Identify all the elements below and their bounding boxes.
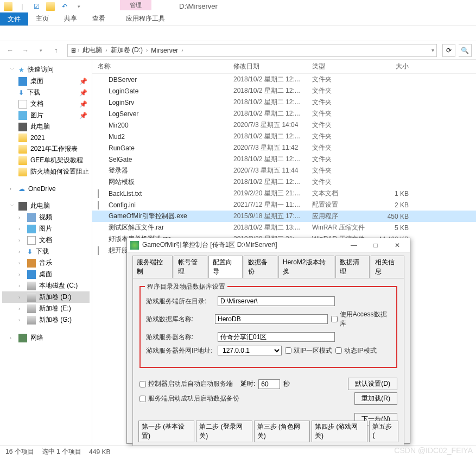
- col-name[interactable]: 名称: [98, 62, 233, 71]
- file-row[interactable]: DBServer2018/10/2 星期二 12:...文件夹: [92, 74, 476, 85]
- step-2[interactable]: 第二步 (登录网关): [196, 421, 252, 442]
- chk-autostart[interactable]: 控制器启动后自动启动服务端: [139, 379, 233, 389]
- step-1[interactable]: 第一步 (基本设置): [138, 421, 194, 442]
- file-row[interactable]: Config.ini2021/7/12 星期一 11:...配置设置2 KB: [92, 199, 476, 211]
- minimize-button[interactable]: —: [345, 240, 363, 251]
- tree-downloads2[interactable]: ›⬇下载: [2, 246, 90, 257]
- nav-tree[interactable]: ﹀★快速访问 桌面📌 ⬇下载📌 文档📌 图片📌 此电脑 2021 2021年工作…: [0, 60, 92, 456]
- tree-music[interactable]: ›音乐: [2, 257, 90, 269]
- tab-view[interactable]: 查看: [85, 12, 113, 26]
- file-row[interactable]: Mud22018/10/2 星期二 12:...文件夹: [92, 131, 476, 142]
- col-size[interactable]: 大小: [376, 62, 409, 71]
- step-5[interactable]: 第五步 (: [369, 421, 398, 442]
- nav-up-icon[interactable]: ↑: [50, 44, 62, 56]
- file-type: 文件夹: [312, 98, 376, 107]
- btn-default[interactable]: 默认设置(D): [348, 378, 397, 390]
- btn-reload[interactable]: 重加载(R): [354, 392, 397, 405]
- nav-back-icon[interactable]: ←: [4, 44, 16, 56]
- file-row[interactable]: LoginSrv2018/10/2 星期二 12:...文件夹: [92, 97, 476, 108]
- file-type: 文件夹: [312, 143, 376, 152]
- chk-dynamic-ip[interactable]: 动态IP模式: [335, 346, 376, 355]
- col-type[interactable]: 类型: [312, 62, 376, 71]
- step-4[interactable]: 第四步 (游戏网关): [312, 421, 367, 442]
- tree-thispc2[interactable]: ﹀此电脑: [2, 200, 90, 212]
- tree-cdrive[interactable]: ›本地磁盘 (C:): [2, 280, 90, 291]
- tree-quick-access[interactable]: ﹀★快速访问: [2, 64, 90, 75]
- tab-home[interactable]: 主页: [28, 12, 56, 26]
- refresh-button[interactable]: ⟳: [442, 44, 455, 57]
- tree-onedrive[interactable]: ›☁OneDrive: [2, 184, 90, 194]
- column-headers[interactable]: 名称 修改日期 类型 大小: [92, 60, 476, 74]
- dlg-tab-4[interactable]: HeroM2版本转换: [278, 256, 335, 278]
- dlg-tab-1[interactable]: 帐号管理: [174, 256, 207, 278]
- input-dir[interactable]: [218, 296, 335, 306]
- close-button[interactable]: ✕: [388, 240, 407, 251]
- search-button[interactable]: 🔍: [459, 44, 472, 57]
- tree-video[interactable]: ›视频: [2, 212, 90, 223]
- file-row[interactable]: RunGate2020/7/3 星期五 11:42文件夹: [92, 142, 476, 154]
- file-row[interactable]: 登录器2020/7/3 星期五 11:44文件夹: [92, 165, 476, 176]
- tab-share[interactable]: 共享: [56, 12, 85, 26]
- dlg-tab-2[interactable]: 配置向导: [208, 256, 242, 278]
- input-name[interactable]: [218, 332, 335, 342]
- chk-backup[interactable]: 服务端启动成功后启动数据备份: [139, 394, 239, 403]
- chevron-right-icon[interactable]: ›: [181, 47, 183, 53]
- tree-desktop2[interactable]: ›桌面: [2, 269, 90, 280]
- tree-desktop[interactable]: 桌面📌: [2, 75, 90, 87]
- tree-network[interactable]: ›网络: [2, 332, 90, 344]
- tab-app-tools[interactable]: 应用程序工具: [118, 12, 173, 26]
- chk-dual-ip[interactable]: 双IP一区模式: [285, 346, 332, 355]
- chevron-right-icon[interactable]: ›: [146, 47, 148, 53]
- chevron-right-icon[interactable]: ›: [78, 47, 79, 53]
- tree-downloads[interactable]: ⬇下载📌: [2, 87, 90, 98]
- qat-new-folder-icon[interactable]: [45, 1, 56, 12]
- step-3[interactable]: 第三步 (角色网关): [254, 421, 310, 442]
- bc-folder[interactable]: Mirserver: [149, 47, 180, 54]
- tree-documents2[interactable]: ›文档: [2, 234, 90, 246]
- chk-access[interactable]: 使用Access数据库: [331, 310, 391, 328]
- file-row[interactable]: LogServer2018/10/2 星期二 12:...文件夹: [92, 108, 476, 119]
- tree-pictures2[interactable]: ›图片: [2, 223, 90, 234]
- file-row[interactable]: BackList.txt2019/2/20 星期三 21:...文本文档1 KB: [92, 188, 476, 199]
- file-row[interactable]: 网站模板2018/10/2 星期二 12:...文件夹: [92, 176, 476, 188]
- input-delay[interactable]: [258, 379, 280, 389]
- tree-thispc[interactable]: 此电脑: [2, 121, 90, 132]
- bc-pc[interactable]: 此电脑: [80, 46, 104, 55]
- qat-dropdown-icon[interactable]: ▾: [73, 1, 85, 12]
- checkbox-icon[interactable]: ☑: [30, 1, 42, 12]
- dlg-tab-6[interactable]: 相关信息: [371, 256, 404, 278]
- tree-documents[interactable]: 文档📌: [2, 98, 90, 110]
- dlg-tab-0[interactable]: 服务端控制: [132, 256, 173, 278]
- tree-gee[interactable]: GEE单机架设教程: [2, 155, 90, 166]
- breadcrumb[interactable]: 🖥 › 此电脑 › 新加卷 (D:) › Mirserver › ▾: [67, 44, 437, 57]
- dlg-tab-5[interactable]: 数据清理: [335, 256, 369, 278]
- maximize-button[interactable]: □: [366, 240, 385, 251]
- file-row[interactable]: 测试区解压文件.rar2018/10/2 星期二 13:...WinRAR 压缩…: [92, 222, 476, 233]
- tree-gdrive[interactable]: ›新加卷 (G:): [2, 314, 90, 326]
- col-date[interactable]: 修改日期: [233, 62, 312, 71]
- input-db[interactable]: [215, 314, 328, 324]
- tree-firewall[interactable]: 防火墙如何设置阻止: [2, 166, 90, 177]
- dlg-tab-3[interactable]: 数据备份: [244, 256, 277, 278]
- file-date: 2015/9/18 星期五 17:...: [233, 212, 312, 221]
- file-row[interactable]: SelGate2018/10/2 星期二 12:...文件夹: [92, 154, 476, 165]
- chevron-right-icon[interactable]: ›: [105, 47, 107, 53]
- tree-2021[interactable]: 2021: [2, 132, 90, 143]
- tree-pictures[interactable]: 图片📌: [2, 110, 90, 121]
- tree-edrive[interactable]: ›新加卷 (E:): [2, 303, 90, 314]
- file-row[interactable]: GameOfMir引擎控制器.exe2015/9/18 星期五 17:...应用…: [92, 211, 476, 222]
- undo-icon[interactable]: ↶: [59, 1, 71, 12]
- combo-ip[interactable]: 127.0.0.1: [218, 346, 282, 355]
- nav-recent-icon[interactable]: ▾: [35, 44, 47, 56]
- file-date: 2018/10/2 星期二 12:...: [233, 155, 312, 164]
- dialog-titlebar[interactable]: GameOfMir引擎控制台 [传奇1区 D:\MirServer\] — □ …: [127, 238, 410, 252]
- file-type: 文本文档: [312, 189, 376, 198]
- tree-label: 快速访问: [28, 65, 54, 74]
- file-row[interactable]: Mir2002020/7/3 星期五 14:04文件夹: [92, 119, 476, 131]
- tab-file[interactable]: 文件: [0, 12, 28, 26]
- tree-report[interactable]: 2021年工作报表: [2, 143, 90, 155]
- breadcrumb-dropdown-icon[interactable]: ▾: [431, 47, 434, 53]
- bc-vol[interactable]: 新加卷 (D:): [109, 46, 145, 55]
- tree-ddrive[interactable]: ›新加卷 (D:): [2, 291, 90, 303]
- file-row[interactable]: LoginGate2018/10/2 星期二 12:...文件夹: [92, 85, 476, 97]
